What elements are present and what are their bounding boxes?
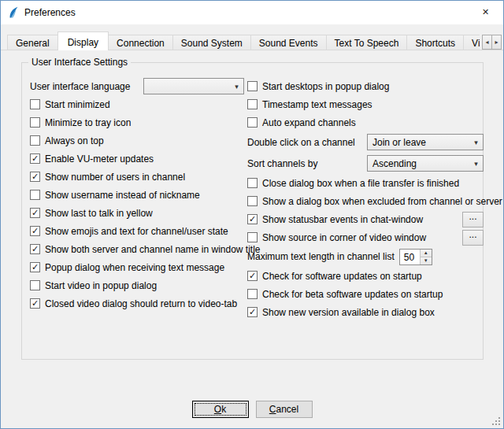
checkbox-label: Show last to talk in yellow [45,208,153,219]
checkbox-check-beta-updates[interactable]: Check for beta software updates on start… [247,285,484,303]
checkbox-vu-meter-updates[interactable]: ✓ Enable VU-meter updates [30,150,244,168]
checkbox-show-new-version[interactable]: ✓ Show new version available in dialog b… [247,303,484,321]
close-icon: ✕ [482,7,489,17]
language-label: User interface language [30,81,130,92]
max-text-length-value: 50 [400,250,420,264]
ok-button[interactable]: Ok [192,401,249,418]
spin-down-button[interactable]: ▼ [421,257,432,264]
checkbox-check-updates[interactable]: ✓ Check for software updates on startup [247,267,484,285]
checkbox-label: Check for software updates on startup [262,271,422,282]
arrow-left-icon: ◂ [485,39,488,46]
checkbox-last-talk-yellow[interactable]: ✓ Show last to talk in yellow [30,204,244,222]
checkbox-popup-text-message[interactable]: ✓ Popup dialog when receiving text messa… [30,258,244,276]
max-text-length-spinner[interactable]: 50 ▲ ▼ [399,249,432,265]
checkbox-close-on-file-transfer[interactable]: Close dialog box when a file transfer is… [247,174,484,192]
checkbox-box [247,289,258,299]
double-click-select[interactable]: Join or leave ▾ [367,134,484,150]
chevron-down-icon: ▾ [230,83,243,91]
ellipsis-icon: ... [469,231,476,239]
checkbox-box [247,196,258,206]
spinner-buttons: ▲ ▼ [420,250,432,264]
checkbox-label: Show both server and channel name in win… [45,244,261,255]
cancel-button[interactable]: Cancel [256,401,313,418]
sort-channels-label: Sort channels by [247,158,317,169]
checkbox-box: ✓ [247,271,258,281]
double-click-value: Join or leave [368,137,469,148]
checkbox-start-minimized[interactable]: Start minimized [30,95,244,113]
statusbar-events-more-button[interactable]: ... [462,212,484,227]
checkbox-label: Check for beta software updates on start… [262,289,443,300]
spin-up-button[interactable]: ▲ [421,250,432,257]
left-column: User interface language ▾ Start minimize… [30,77,244,313]
checkbox-source-in-video[interactable]: Show source in corner of video window ..… [247,228,484,246]
checkbox-box [30,280,40,290]
checkbox-label: Show statusbar events in chat-window [262,214,423,225]
tab-scroll-right-button[interactable]: ▸ [491,35,502,50]
dialog-buttons: Ok Cancel [1,401,503,418]
checkbox-statusbar-events[interactable]: ✓ Show statusbar events in chat-window .… [247,210,484,228]
checkbox-label: Auto expand channels [262,117,356,128]
double-click-label: Double click on a channel [247,137,355,148]
close-button[interactable]: ✕ [468,1,503,24]
tab-connection[interactable]: Connection [108,35,173,50]
checkbox-label: Show source in corner of video window [262,232,426,243]
language-row: User interface language ▾ [30,77,244,95]
checkbox-box: ✓ [30,298,40,309]
double-click-row: Double click on a channel Join or leave … [247,131,484,153]
checkbox-label: Closed video dialog should return to vid… [45,298,237,309]
title-bar: Preferences ✕ [1,1,503,24]
checkbox-box [247,117,258,128]
checkbox-video-popup[interactable]: Start video in popup dialog [30,276,244,294]
checkbox-server-channel-in-title[interactable]: ✓ Show both server and channel name in w… [30,240,244,258]
tab-general[interactable]: General [7,35,58,50]
checkbox-box: ✓ [30,153,40,164]
cancel-button-label: Cancel [269,404,298,415]
checkbox-show-user-count[interactable]: ✓ Show number of users in channel [30,168,244,186]
checkbox-always-on-top[interactable]: Always on top [30,131,244,150]
checkbox-show-emojis[interactable]: ✓ Show emojis and text for channel/user … [30,222,244,240]
tab-strip: General Display Connection Sound System … [7,31,480,50]
tab-sound-system[interactable]: Sound System [172,35,251,50]
checkbox-label: Timestamp text messages [262,99,372,110]
checkbox-label: Start minimized [45,99,110,110]
checkbox-desktops-popup[interactable]: Start desktops in popup dialog [247,77,484,95]
checkbox-label: Show a dialog box when excluded from cha… [262,196,502,207]
tab-sound-events[interactable]: Sound Events [250,35,327,50]
checkbox-minimize-to-tray[interactable]: Minimize to tray icon [30,113,244,131]
user-interface-settings-group: User Interface Settings User interface l… [21,62,484,360]
arrow-right-icon: ▸ [495,39,498,46]
checkbox-box: ✓ [30,226,40,236]
checkbox-label: Show emojis and text for channel/user st… [45,226,228,237]
group-title: User Interface Settings [28,57,131,68]
checkbox-auto-expand-channels[interactable]: Auto expand channels [247,113,484,131]
arrow-up-icon: ▲ [424,250,428,255]
checkbox-box: ✓ [247,307,258,317]
checkbox-label: Minimize to tray icon [45,117,131,128]
tab-video[interactable]: Video [463,35,480,50]
checkbox-box [30,99,40,109]
tab-bar: General Display Connection Sound System … [1,31,503,50]
resize-grip[interactable] [491,416,502,427]
checkbox-box [30,117,40,128]
sort-channels-select[interactable]: Ascending ▾ [367,155,484,172]
checkbox-show-username[interactable]: Show username instead of nickname [30,186,244,204]
tab-display[interactable]: Display [57,31,109,50]
checkbox-closed-video-return[interactable]: ✓ Closed video dialog should return to v… [30,294,244,313]
sort-channels-value: Ascending [368,158,469,169]
tab-scroll-control: ◂ ▸ [482,35,502,50]
checkbox-dialog-when-excluded[interactable]: Show a dialog box when excluded from cha… [247,192,484,210]
checkbox-box [247,99,258,109]
max-text-length-row: Maximum text length in channel list 50 ▲… [247,246,484,267]
checkbox-box [247,178,258,188]
checkbox-box: ✓ [30,262,40,272]
checkbox-label: Enable VU-meter updates [45,153,154,165]
language-select[interactable]: ▾ [143,78,244,94]
ellipsis-icon: ... [469,213,476,220]
checkbox-box [247,81,258,91]
arrow-down-icon: ▼ [424,258,428,263]
preferences-window: Preferences ✕ General Display Connection… [0,0,504,429]
tab-shortcuts[interactable]: Shortcuts [406,35,464,50]
checkbox-timestamp-messages[interactable]: Timestamp text messages [247,95,484,113]
video-source-more-button[interactable]: ... [462,230,484,246]
tab-text-to-speech[interactable]: Text To Speech [326,35,408,50]
